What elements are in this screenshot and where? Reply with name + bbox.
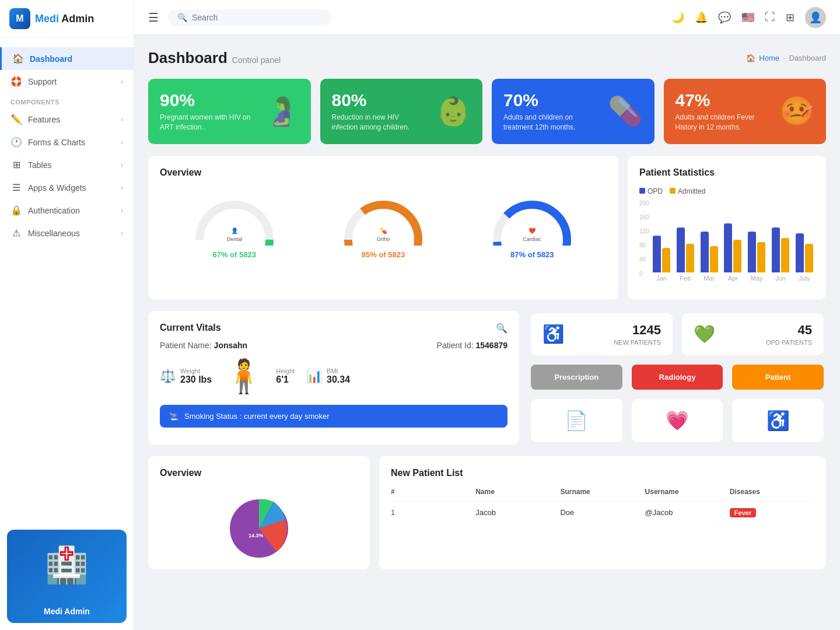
bmi-icon: 📊	[306, 369, 322, 384]
menu-toggle-button[interactable]: ☰	[148, 10, 159, 24]
fever-icon: 🤒	[779, 95, 814, 128]
bar-feb: Feb	[675, 228, 695, 282]
treatment-icon: 💊	[608, 95, 643, 128]
new-patients-card: ♿ 1245 NEW PATIENTS	[531, 313, 673, 355]
table-header: # Name Surname Username Diseases	[391, 488, 814, 501]
settings-icon[interactable]: ⊞	[786, 11, 794, 24]
bar-chart-container: 200 160 120 80 40 0	[639, 200, 814, 288]
new-patients-count: 1245	[614, 323, 661, 338]
col-name: Name	[475, 488, 560, 496]
height-value: 6'1	[276, 374, 295, 385]
page-title: Dashboard	[148, 49, 228, 67]
sidebar-item-label: Tables	[28, 160, 51, 170]
logo-text: Medi Admin	[35, 13, 94, 25]
sidebar-navigation: 🏠 Dashboard 🛟 Support › Components ✏️ Fe…	[0, 38, 134, 523]
donut-ortho: 💊 Ortho 85% of 5823	[342, 193, 424, 259]
sidebar-item-label: Authentication	[28, 206, 80, 215]
health-icon: 💗	[666, 410, 689, 432]
search-input[interactable]	[192, 13, 320, 22]
opd-patients-label: OPD PATIENTS	[766, 339, 812, 346]
svg-text:Cardiac: Cardiac	[523, 236, 542, 242]
row-num: 1	[391, 508, 475, 517]
child-icon: 👶	[436, 95, 471, 128]
main-wrapper: ☰ 🔍 🌙 🔔 💬 🇺🇸 ⛶ ⊞ 👤 Dashboard Control pan…	[134, 0, 840, 630]
breadcrumb-home-link[interactable]: Home	[759, 54, 779, 62]
banner-illustration: 🏥	[7, 530, 127, 600]
sidebar-item-label: Miscellaneous	[28, 229, 80, 238]
sidebar-item-features[interactable]: ✏️ Features ›	[0, 108, 134, 131]
user-avatar[interactable]: 👤	[805, 7, 826, 28]
stat-percent: 47%	[676, 90, 769, 110]
bar-jun: Jun	[771, 228, 791, 282]
sidebar-item-label: Dashboard	[30, 54, 72, 64]
dental-donut-chart: 👤 Dental	[194, 193, 275, 246]
chevron-icon: ›	[121, 161, 123, 169]
patient-id: 1546879	[475, 341, 508, 350]
wheelchair-icon: ♿	[542, 324, 564, 344]
disease-badge: Fever	[730, 508, 756, 517]
stat-card-1: 90% Pregnant women with HIV on ART infec…	[148, 79, 311, 144]
chevron-icon: ›	[121, 206, 123, 215]
health-icon-card[interactable]: 💗	[632, 399, 723, 442]
bar-mar: Mar	[699, 232, 719, 282]
sidebar-item-support[interactable]: 🛟 Support ›	[0, 70, 134, 93]
page-header: Dashboard Control panel 🏠 Home - Dashboa…	[148, 49, 826, 67]
donut-row: 👤 Dental 67% of 5823 💊 Ortho 8	[160, 187, 607, 265]
ortho-percent: 85% of 5823	[362, 250, 405, 259]
notifications-icon[interactable]: 🔔	[695, 11, 708, 24]
pie-chart-container: 14.3%	[160, 488, 358, 558]
flag-icon[interactable]: 🇺🇸	[741, 11, 754, 24]
main-content: Dashboard Control panel 🏠 Home - Dashboa…	[134, 35, 840, 630]
sidebar-item-label: Apps & Widgets	[28, 183, 86, 192]
sidebar-item-forms-charts[interactable]: 🕐 Forms & Charts ›	[0, 131, 134, 153]
sidebar-item-label: Support	[28, 77, 57, 86]
bmi-value: 30.34	[327, 374, 350, 385]
sidebar-item-tables[interactable]: ⊞ Tables ›	[0, 153, 134, 176]
fullscreen-icon[interactable]: ⛶	[765, 11, 775, 23]
stat-card-4: 47% Adults and children Fever History in…	[664, 79, 827, 144]
radiology-button[interactable]: Radiology	[632, 365, 723, 390]
bar-july: July	[794, 233, 814, 282]
col-surname: Surname	[560, 488, 645, 496]
patient-name: Jonsahn	[214, 341, 248, 350]
patient-count-row: ♿ 1245 NEW PATIENTS 💚 45 OPD PATIENTS	[528, 311, 826, 358]
logo-icon: M	[9, 8, 30, 29]
accessibility-icon-card[interactable]: ♿	[732, 399, 824, 442]
bar-apr: Apr	[723, 223, 743, 282]
prescription-button[interactable]: Prescription	[531, 365, 622, 390]
stat-percent: 80%	[332, 90, 425, 110]
ortho-donut-chart: 💊 Ortho	[342, 193, 424, 246]
chart-legend: OPD Admitted	[639, 187, 814, 195]
misc-icon: ⚠	[10, 228, 22, 239]
lower-row: Overview 14.3% New Patient List # Nam	[148, 456, 826, 569]
vitals-patient-info: Patient Name: Jonsahn Patient Id: 154687…	[160, 341, 508, 350]
sidebar-item-label: Forms & Charts	[28, 138, 85, 147]
chevron-icon: ›	[121, 184, 123, 192]
breadcrumb-current: Dashboard	[789, 54, 826, 62]
admitted-legend-dot	[670, 188, 676, 194]
donut-dental: 👤 Dental 67% of 5823	[194, 193, 275, 259]
sidebar-item-authentication[interactable]: 🔒 Authentication ›	[0, 199, 134, 222]
sidebar-item-apps-widgets[interactable]: ☰ Apps & Widgets ›	[0, 176, 134, 199]
theme-toggle-icon[interactable]: 🌙	[671, 11, 684, 24]
row-disease: Fever	[730, 508, 814, 517]
svg-text:14.3%: 14.3%	[249, 533, 264, 538]
opd-patients-count: 45	[766, 323, 812, 338]
cardiac-percent: 87% of 5823	[510, 250, 554, 259]
accessibility-icon: ♿	[766, 410, 790, 432]
sidebar-item-dashboard[interactable]: 🏠 Dashboard	[0, 47, 134, 70]
document-icon: 📄	[565, 410, 588, 432]
stat-cards: 90% Pregnant women with HIV on ART infec…	[148, 79, 826, 144]
col-username: Username	[645, 488, 730, 496]
stat-desc: Reduction in new HIV infection among chi…	[332, 113, 425, 132]
sidebar-item-miscellaneous[interactable]: ⚠ Miscellaneous ›	[0, 222, 134, 244]
stat-percent: 90%	[160, 90, 253, 110]
apps-icon: ☰	[10, 182, 22, 193]
document-icon-card[interactable]: 📄	[531, 399, 622, 442]
vitals-search-icon[interactable]: 🔍	[496, 323, 508, 334]
opd-patients-card: 💚 45 OPD PATIENTS	[682, 313, 824, 355]
svg-text:Dental: Dental	[227, 236, 242, 242]
pregnant-icon: 🤰	[264, 95, 299, 128]
patient-button[interactable]: Patient	[732, 365, 824, 390]
messages-icon[interactable]: 💬	[718, 11, 731, 24]
